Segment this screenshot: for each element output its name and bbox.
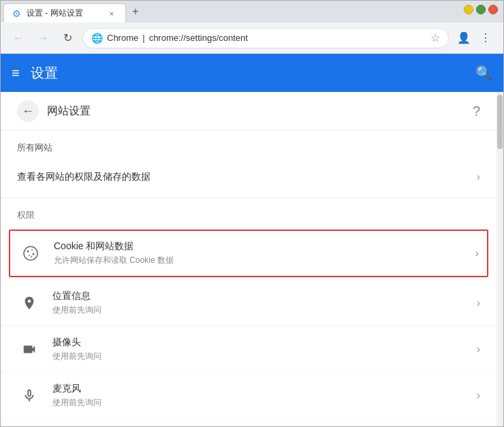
microphone-item-text: 麦克风 使用前先询问	[52, 383, 477, 409]
location-item-text: 位置信息 使用前先询问	[52, 290, 477, 316]
new-tab-button[interactable]: +	[126, 3, 145, 20]
scrollbar-track[interactable]	[497, 92, 503, 426]
svg-point-1	[27, 251, 29, 253]
back-to-settings-button[interactable]: ←	[17, 100, 39, 122]
scrollbar-thumb[interactable]	[497, 95, 503, 149]
cookie-item-text: Cookie 和网站数据 允许网站保存和读取 Cookie 数据	[54, 240, 475, 266]
url-bar: ← → ↻ 🌐 Chrome | chrome://settings/conte…	[1, 22, 503, 54]
all-sites-label: 所有网站	[1, 131, 497, 159]
location-icon	[17, 291, 42, 315]
camera-item-subtitle: 使用前先询问	[52, 351, 477, 362]
cookie-item-title: Cookie 和网站数据	[54, 240, 475, 253]
svg-point-5	[31, 256, 32, 257]
list-item[interactable]: Cookie 和网站数据 允许网站保存和读取 Cookie 数据 ›	[9, 230, 488, 277]
reload-button[interactable]: ↻	[58, 29, 77, 48]
title-bar: ⚙ 设置 - 网站设置 × +	[1, 1, 503, 22]
all-sites-link-text: 查看各网站的权限及储存的数据	[17, 171, 477, 183]
list-item[interactable]: 麦克风 使用前先询问 ›	[1, 373, 497, 419]
camera-chevron-icon: ›	[477, 343, 480, 355]
microphone-item-title: 麦克风	[52, 383, 477, 395]
bookmark-icon[interactable]: ☆	[430, 31, 440, 44]
tab-title: 设置 - 网站设置	[27, 7, 101, 19]
svg-point-3	[33, 253, 35, 255]
content-area: ← 网站设置 ? 所有网站 查看各网站的权限及储存的数据 › 权限	[1, 92, 503, 426]
forward-button[interactable]: →	[33, 29, 52, 48]
camera-item-title: 摄像头	[52, 336, 477, 349]
main-content: ← 网站设置 ? 所有网站 查看各网站的权限及储存的数据 › 权限	[1, 92, 497, 426]
hamburger-menu-icon[interactable]: ≡	[12, 65, 20, 81]
settings-app-title: 设置	[31, 64, 475, 82]
page-header-row: ← 网站设置 ?	[1, 92, 497, 131]
settings-search-icon[interactable]: 🔍	[475, 65, 492, 81]
settings-header: ≡ 设置 🔍	[1, 54, 503, 92]
secure-icon: 🌐	[91, 33, 103, 44]
url-path: chrome://settings/content	[149, 33, 248, 43]
window-controls	[464, 5, 498, 14]
list-item[interactable]: 摄像头 使用前先询问 ›	[1, 326, 497, 373]
svg-point-0	[24, 247, 37, 260]
microphone-chevron-icon: ›	[477, 390, 480, 402]
account-button[interactable]: 👤	[454, 29, 473, 48]
svg-point-4	[29, 255, 30, 256]
location-item-title: 位置信息	[52, 290, 477, 302]
tab-close-button[interactable]: ×	[106, 8, 117, 19]
camera-item-text: 摄像头 使用前先询问	[52, 336, 477, 362]
all-sites-chevron-icon: ›	[477, 171, 480, 183]
svg-point-2	[31, 249, 33, 251]
close-button[interactable]	[488, 5, 498, 14]
address-bar[interactable]: 🌐 Chrome | chrome://settings/content ☆	[82, 28, 449, 48]
permissions-label: 权限	[1, 201, 497, 227]
cookie-item-subtitle: 允许网站保存和读取 Cookie 数据	[54, 255, 475, 266]
menu-button[interactable]: ⋮	[476, 29, 495, 48]
cookie-icon	[18, 241, 43, 266]
microphone-item-subtitle: 使用前先询问	[52, 397, 477, 409]
url-right-actions: 👤 ⋮	[454, 29, 495, 48]
url-separator: |	[142, 33, 144, 43]
list-item[interactable]: 位置信息 使用前先询问 ›	[1, 280, 497, 326]
active-tab[interactable]: ⚙ 设置 - 网站设置 ×	[3, 3, 126, 22]
cookie-chevron-icon: ›	[475, 247, 479, 259]
all-sites-item[interactable]: 查看各网站的权限及储存的数据 ›	[1, 159, 497, 195]
maximize-button[interactable]	[476, 5, 486, 14]
browser-window: ⚙ 设置 - 网站设置 × + ← → ↻ 🌐 Chrome | chrome:…	[0, 0, 504, 427]
location-item-subtitle: 使用前先询问	[52, 304, 477, 316]
url-text-chrome: Chrome	[107, 33, 138, 43]
help-icon[interactable]: ?	[473, 104, 480, 119]
tab-gear-icon: ⚙	[12, 8, 21, 19]
settings-app: ≡ 设置 🔍 ← 网站设置 ? 所有网站 查看各网站的权限及储存的数据 ›	[1, 54, 503, 426]
tab-strip: ⚙ 设置 - 网站设置 × +	[3, 1, 145, 22]
microphone-icon	[17, 383, 42, 408]
location-chevron-icon: ›	[477, 297, 480, 309]
back-button[interactable]: ←	[9, 29, 28, 48]
page-title: 网站设置	[47, 104, 473, 118]
minimize-button[interactable]	[464, 5, 473, 14]
camera-icon	[17, 337, 42, 362]
divider	[1, 197, 497, 198]
